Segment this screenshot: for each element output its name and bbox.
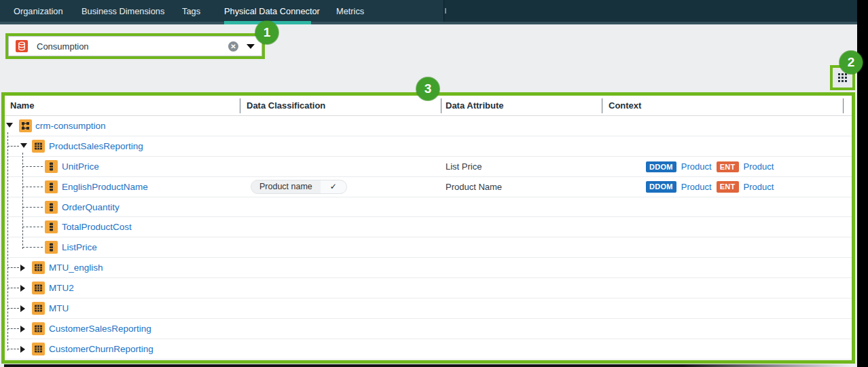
context-badge-ddom: DDOM <box>646 161 676 173</box>
context-cell: DDOMProductENTProduct <box>646 157 774 177</box>
tree-guide-line <box>22 153 23 249</box>
table-row: TotalProductCost <box>5 217 852 237</box>
column-header-context: Context <box>609 96 641 116</box>
context-link[interactable]: Product <box>744 161 774 172</box>
context-badge-ent: ENT <box>717 161 739 173</box>
column-icon <box>45 220 58 233</box>
table-icon <box>32 261 45 274</box>
annotation-box-3: Name Data Classification Data Attribute … <box>1 92 855 364</box>
entity-name-link[interactable]: crm-consumption <box>35 116 106 136</box>
context-link[interactable]: Product <box>681 161 712 172</box>
entity-name-link[interactable]: EnglishProductName <box>62 177 148 197</box>
nav-right-section <box>444 0 857 24</box>
table-icon <box>32 343 45 355</box>
tree-guide-dash <box>22 247 43 248</box>
connector-select[interactable]: Consumption ✕ <box>8 36 262 56</box>
annotation-badge-1: 1 <box>255 21 278 44</box>
tree-guide-dash <box>7 288 19 288</box>
expand-caret-icon[interactable] <box>20 285 25 292</box>
tree-guide-dash <box>7 328 19 329</box>
column-icon <box>45 180 58 193</box>
context-badge-ddom: DDOM <box>646 181 676 193</box>
table-icon <box>32 322 45 335</box>
table-row: OrderQuantity <box>5 197 852 218</box>
tab-physical-data-connector[interactable]: Physical Data Connector <box>224 0 320 22</box>
entity-name-link[interactable]: MTU <box>49 298 69 319</box>
header-divider <box>602 98 602 113</box>
bottom-edge-strip <box>4 364 852 367</box>
header-divider <box>441 98 441 113</box>
nav-bottom-strip <box>0 22 857 24</box>
tree-guide-dash <box>22 207 43 208</box>
expand-caret-icon[interactable] <box>20 326 25 332</box>
table-icon <box>32 282 45 294</box>
table-row: ListPrice <box>5 237 852 258</box>
context-link[interactable]: Product <box>681 182 712 192</box>
tree-guide-line <box>7 132 8 351</box>
tab-business-dimensions[interactable]: Business Dimensions <box>82 0 164 22</box>
column-icon <box>45 241 58 254</box>
data-attribute-value: List Price <box>446 157 482 177</box>
table-row: UnitPriceList PriceDDOMProductENTProduct <box>5 157 852 177</box>
tab-metrics[interactable]: Metrics <box>336 0 364 22</box>
annotation-box-1: Consumption ✕ <box>5 33 265 59</box>
entity-name-link[interactable]: MTU2 <box>49 278 74 298</box>
column-icon <box>45 160 58 173</box>
annotation-badge-2: 2 <box>839 51 863 74</box>
select-dropdown-caret-icon[interactable] <box>247 44 255 49</box>
table-row: CustomerChurnReporting <box>5 339 852 360</box>
tree-guide-dash <box>22 187 43 187</box>
collapse-caret-icon[interactable] <box>6 123 13 128</box>
connector-select-value: Consumption <box>37 41 228 52</box>
column-header-data-classification: Data Classification <box>247 96 325 116</box>
header-divider <box>240 98 240 113</box>
column-icon <box>45 201 58 214</box>
entity-name-link[interactable]: CustomerSalesReporting <box>49 319 151 339</box>
schema-icon <box>19 119 32 132</box>
nav-cursor-mark <box>445 8 446 14</box>
annotation-badge-3: 3 <box>416 77 439 100</box>
top-nav-bar: Organization Business Dimensions Tags Ph… <box>0 0 857 24</box>
data-classification-pill[interactable]: Product name✓ <box>251 180 347 194</box>
entity-name-link[interactable]: ListPrice <box>62 237 97 258</box>
table-row: ProductSalesReporting <box>5 136 852 157</box>
tree-guide-dash <box>22 166 43 167</box>
collapse-caret-icon[interactable] <box>20 143 27 148</box>
tree-guide-dash <box>7 349 19 349</box>
table-row: MTU_english <box>5 258 852 278</box>
column-header-name: Name <box>10 96 34 116</box>
tree-table-body: crm-consumptionProductSalesReportingUnit… <box>5 116 852 360</box>
table-row: crm-consumption <box>5 116 852 136</box>
entity-name-link[interactable]: MTU_english <box>49 258 103 278</box>
header-divider <box>843 98 844 113</box>
table-row: CustomerSalesReporting <box>5 319 852 339</box>
entity-name-link[interactable]: TotalProductCost <box>62 217 132 237</box>
data-attribute-value: Product Name <box>446 177 502 197</box>
tab-tags[interactable]: Tags <box>182 0 200 22</box>
entity-name-link[interactable]: CustomerChurnReporting <box>49 339 153 360</box>
table-icon <box>32 140 45 153</box>
entity-name-link[interactable]: ProductSalesReporting <box>49 136 143 157</box>
column-header-data-attribute: Data Attribute <box>446 96 503 116</box>
entity-name-link[interactable]: UnitPrice <box>62 157 99 177</box>
table-row: MTU <box>5 298 852 319</box>
table-row: EnglishProductNameProduct name✓Product N… <box>5 177 852 197</box>
grid-view-icon <box>838 73 847 82</box>
tree-guide-dash <box>7 308 19 309</box>
context-link[interactable]: Product <box>744 182 774 192</box>
clear-selection-icon[interactable]: ✕ <box>228 41 238 52</box>
entity-name-link[interactable]: OrderQuantity <box>62 197 120 218</box>
table-row: MTU2 <box>5 278 852 298</box>
expand-caret-icon[interactable] <box>20 346 25 353</box>
context-badge-ent: ENT <box>717 181 739 193</box>
tree-guide-dash <box>7 146 19 147</box>
classification-check-icon[interactable]: ✓ <box>321 180 346 193</box>
tree-guide-dash <box>22 227 43 227</box>
expand-caret-icon[interactable] <box>20 265 25 271</box>
database-icon <box>16 40 28 52</box>
tab-organization[interactable]: Organization <box>14 0 63 22</box>
tree-guide-dash <box>7 267 19 268</box>
expand-caret-icon[interactable] <box>20 305 25 312</box>
table-icon <box>32 302 45 315</box>
context-cell: DDOMProductENTProduct <box>646 177 774 197</box>
